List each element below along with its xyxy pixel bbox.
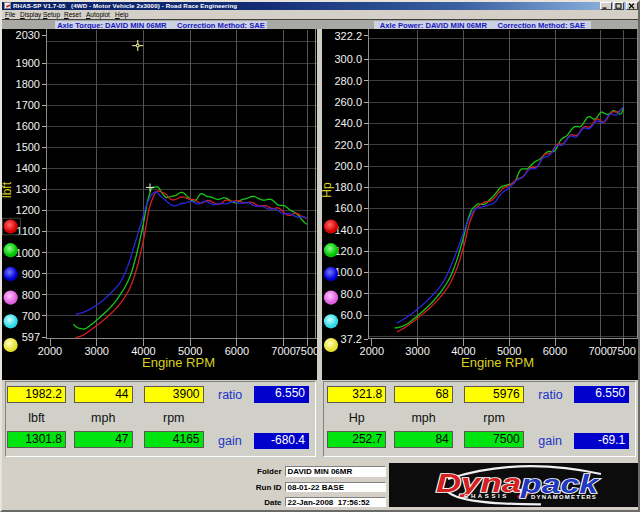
svg-text:DYNAMOMETERS: DYNAMOMETERS [531, 494, 597, 500]
svg-text:2000: 2000 [38, 345, 62, 357]
svg-text:120.0: 120.0 [334, 245, 362, 257]
svg-text:1500: 1500 [16, 141, 40, 153]
svg-text:2030: 2030 [16, 29, 40, 41]
svg-text:1300: 1300 [16, 183, 40, 195]
svg-text:160.0: 160.0 [334, 202, 362, 214]
svg-text:1900: 1900 [16, 56, 40, 68]
svg-text:1600: 1600 [16, 120, 40, 132]
svg-text:1100: 1100 [16, 225, 40, 237]
svg-text:7500: 7500 [295, 345, 317, 357]
svg-text:140.0: 140.0 [334, 223, 362, 235]
svg-text:Engine RPM: Engine RPM [142, 355, 215, 370]
svg-text:220.0: 220.0 [334, 138, 362, 150]
svg-text:6000: 6000 [542, 345, 566, 357]
svg-text:CHASSIS: CHASSIS [464, 493, 509, 499]
svg-text:280.0: 280.0 [334, 74, 362, 86]
svg-text:Hp: Hp [322, 182, 334, 198]
svg-text:180.0: 180.0 [334, 181, 362, 193]
svg-text:1800: 1800 [16, 77, 40, 89]
svg-text:700: 700 [22, 309, 40, 321]
svg-text:7000: 7000 [588, 345, 612, 357]
svg-text:7000: 7000 [271, 345, 295, 357]
svg-text:1200: 1200 [16, 204, 40, 216]
svg-text:Engine RPM: Engine RPM [461, 355, 534, 370]
svg-text:80.0: 80.0 [340, 287, 361, 299]
svg-text:240.0: 240.0 [334, 117, 362, 129]
svg-text:lbft: lbft [2, 181, 14, 198]
svg-text:300.0: 300.0 [334, 53, 362, 65]
svg-text:900: 900 [22, 267, 40, 279]
svg-text:3000: 3000 [405, 345, 429, 357]
svg-text:1000: 1000 [16, 246, 40, 258]
svg-text:322.2: 322.2 [334, 29, 362, 41]
svg-text:37.2: 37.2 [340, 333, 361, 345]
svg-text:200.0: 200.0 [334, 159, 362, 171]
svg-text:3000: 3000 [84, 345, 108, 357]
svg-text:7500: 7500 [611, 345, 635, 357]
svg-text:597: 597 [22, 331, 40, 343]
svg-text:1400: 1400 [16, 162, 40, 174]
svg-text:60.0: 60.0 [340, 308, 361, 320]
svg-text:6000: 6000 [225, 345, 249, 357]
svg-text:260.0: 260.0 [334, 95, 362, 107]
svg-text:2000: 2000 [359, 345, 383, 357]
svg-text:1700: 1700 [16, 98, 40, 110]
svg-text:100.0: 100.0 [334, 266, 362, 278]
svg-text:800: 800 [22, 288, 40, 300]
